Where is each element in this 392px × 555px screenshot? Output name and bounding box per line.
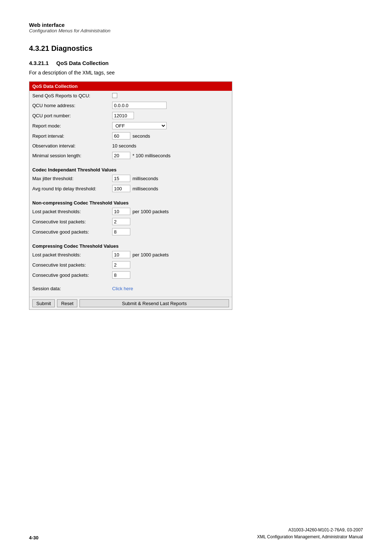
nc-lost-packet-label: Lost packet thresholds:: [32, 209, 112, 214]
qcu-home-label: QCU home address:: [32, 103, 112, 108]
c-consec-lost-label: Consecutive lost packets:: [32, 262, 112, 268]
nc-consec-good-label: Consecutive good packets:: [32, 229, 112, 235]
report-interval-unit: seconds: [132, 133, 150, 139]
qos-form: QoS Data Collection Send QoS Reports to …: [29, 81, 232, 310]
form-header: QoS Data Collection: [29, 82, 232, 91]
qcu-home-value: [112, 102, 229, 109]
c-consec-lost-row: Consecutive lost packets:: [29, 260, 232, 270]
form-body: Send QoS Reports to QCU: QCU home addres…: [29, 91, 232, 297]
submit-resend-button[interactable]: Submit & Resend Last Reports: [79, 299, 229, 307]
report-interval-label: Report interval:: [32, 133, 112, 139]
observation-interval-value: 10 seconds: [112, 143, 229, 149]
reset-button[interactable]: Reset: [57, 299, 77, 307]
qcu-port-value: [112, 112, 229, 119]
header-subtitle: Configuration Menus for Administration: [29, 28, 363, 33]
session-data-value: Click here: [112, 286, 229, 291]
page-header: Web interface Configuration Menus for Ad…: [29, 22, 363, 33]
observation-interval-row: Observation interval: 10 seconds: [29, 141, 232, 150]
max-jitter-unit: milliseconds: [132, 176, 158, 181]
min-session-value: * 100 milliseconds: [112, 152, 229, 159]
max-jitter-row: Max jitter threshold: milliseconds: [29, 173, 232, 183]
nc-consec-lost-label: Consecutive lost packets:: [32, 219, 112, 224]
min-session-unit: * 100 milliseconds: [132, 153, 171, 158]
nc-lost-packet-row: Lost packet thresholds: per 1000 packets: [29, 206, 232, 216]
avg-round-input[interactable]: [112, 185, 130, 192]
max-jitter-input[interactable]: [112, 175, 130, 182]
section-title: 4.3.21 Diagnostics: [29, 44, 363, 53]
nc-lost-packet-input[interactable]: [112, 208, 130, 215]
avg-round-value: milliseconds: [112, 185, 229, 192]
c-consec-good-label: Consecutive good packets:: [32, 272, 112, 278]
session-data-label: Session data:: [32, 286, 112, 291]
footer-info: A31003-J4260-M101-2-76A9, 03-2007 XML Co…: [257, 527, 363, 540]
doc-ref: A31003-J4260-M101-2-76A9, 03-2007: [257, 527, 363, 534]
avg-round-unit: milliseconds: [132, 186, 158, 191]
nc-consec-good-value: [112, 228, 229, 235]
min-session-row: Minimal session length: * 100 millisecon…: [29, 150, 232, 161]
qcu-port-label: QCU port number:: [32, 113, 112, 118]
qcu-home-row: QCU home address:: [29, 100, 232, 110]
nc-consec-lost-value: [112, 218, 229, 225]
send-qos-checkbox[interactable]: [112, 93, 117, 98]
c-consec-lost-value: [112, 261, 229, 268]
subsection-number: 4.3.21.1: [29, 60, 49, 66]
c-consec-good-row: Consecutive good packets:: [29, 270, 232, 280]
page-number: 4-30: [29, 535, 38, 540]
session-data-link[interactable]: Click here: [112, 286, 133, 291]
c-lost-packet-input[interactable]: [112, 251, 130, 258]
nc-consec-lost-input[interactable]: [112, 218, 130, 225]
c-consec-good-value: [112, 271, 229, 279]
report-mode-row: Report mode: OFF ON: [29, 121, 232, 131]
c-lost-packet-label: Lost packet thresholds:: [32, 252, 112, 258]
qcu-port-input[interactable]: [112, 112, 134, 119]
doc-title: XML Configuration Management, Administra…: [257, 534, 363, 540]
c-lost-packet-row: Lost packet thresholds: per 1000 packets: [29, 250, 232, 260]
c-consec-lost-input[interactable]: [112, 261, 130, 268]
nc-lost-packet-value: per 1000 packets: [112, 208, 229, 215]
nc-consec-good-input[interactable]: [112, 228, 130, 235]
send-qos-label: Send QoS Reports to QCU:: [32, 93, 112, 98]
send-qos-value: [112, 93, 229, 98]
session-data-row: Session data: Click here: [29, 284, 232, 293]
qcu-home-input[interactable]: [112, 102, 167, 109]
c-lost-packet-value: per 1000 packets: [112, 251, 229, 258]
report-interval-input[interactable]: [112, 132, 130, 139]
max-jitter-value: milliseconds: [112, 175, 229, 182]
report-interval-row: Report interval: seconds: [29, 131, 232, 141]
c-consec-good-input[interactable]: [112, 271, 130, 279]
divider-1: [29, 161, 232, 164]
codec-section-label: Codec Independant Threshold Values: [29, 164, 232, 173]
non-compress-section-label: Non-compressing Codec Threshold Values: [29, 197, 232, 206]
page-footer: 4-30 A31003-J4260-M101-2-76A9, 03-2007 X…: [0, 527, 392, 540]
qcu-port-row: QCU port number:: [29, 110, 232, 121]
divider-5: [29, 293, 232, 297]
report-mode-value: OFF ON: [112, 122, 229, 129]
form-footer: Submit Reset Submit & Resend Last Report…: [29, 297, 232, 309]
submit-button[interactable]: Submit: [32, 299, 55, 307]
section-name: Diagnostics: [51, 44, 92, 52]
c-lost-packet-unit: per 1000 packets: [132, 252, 169, 258]
observation-interval-label: Observation interval:: [32, 143, 112, 149]
observation-interval-text: 10 seconds: [112, 143, 136, 149]
section-number: 4.3.21: [29, 44, 49, 52]
max-jitter-label: Max jitter threshold:: [32, 176, 112, 181]
min-session-input[interactable]: [112, 152, 130, 159]
divider-2: [29, 194, 232, 197]
nc-consec-good-row: Consecutive good packets:: [29, 227, 232, 237]
subsection-title: 4.3.21.1 QoS Data Collection: [29, 60, 363, 66]
nc-consec-lost-row: Consecutive lost packets:: [29, 216, 232, 227]
divider-4: [29, 280, 232, 284]
nc-lost-packet-unit: per 1000 packets: [132, 209, 169, 214]
compress-section-label: Compressing Codec Threshold Values: [29, 240, 232, 250]
avg-round-row: Avg round trip delay threshold: millisec…: [29, 183, 232, 194]
divider-3: [29, 237, 232, 240]
avg-round-label: Avg round trip delay threshold:: [32, 186, 112, 191]
report-mode-select[interactable]: OFF ON: [112, 122, 167, 129]
min-session-label: Minimal session length:: [32, 153, 112, 158]
subsection-name: QoS Data Collection: [56, 60, 109, 66]
header-title: Web interface: [29, 22, 363, 28]
report-mode-label: Report mode:: [32, 123, 112, 129]
intro-text: For a description of the XML tags, see: [29, 70, 363, 76]
send-qos-row: Send QoS Reports to QCU:: [29, 91, 232, 100]
report-interval-value: seconds: [112, 132, 229, 139]
